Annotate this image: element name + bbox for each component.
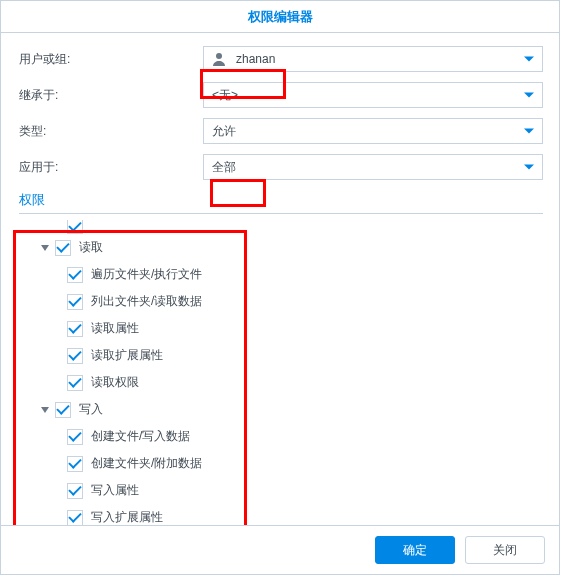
select-user-or-group[interactable]: zhanan: [203, 46, 543, 72]
tree-row: 列出文件夹/读取数据: [19, 288, 543, 315]
checkbox[interactable]: [67, 429, 83, 445]
row-user-or-group: 用户或组: zhanan: [19, 47, 543, 71]
checkbox[interactable]: [67, 375, 83, 391]
tree-row: 遍历文件夹/执行文件: [19, 261, 543, 288]
tree-label: 读取扩展属性: [91, 347, 163, 364]
select-type[interactable]: 允许: [203, 118, 543, 144]
checkbox[interactable]: [67, 220, 83, 234]
tree-label: 列出文件夹/读取数据: [91, 293, 202, 310]
tree-row: 读取属性: [19, 315, 543, 342]
dialog-title: 权限编辑器: [1, 1, 559, 33]
tree-label: 遍历文件夹/执行文件: [91, 266, 202, 283]
tree-row-write: 写入: [19, 396, 543, 423]
tree-row: 读取权限: [19, 369, 543, 396]
ok-button[interactable]: 确定: [375, 536, 455, 564]
chevron-down-icon: [524, 93, 534, 98]
tree-label: 写入扩展属性: [91, 509, 163, 525]
chevron-down-icon[interactable]: [41, 245, 49, 251]
permission-editor-dialog: 权限编辑器 用户或组: zhanan 继承于: <无>: [0, 0, 560, 575]
checkbox[interactable]: [67, 348, 83, 364]
select-applies-to[interactable]: 全部: [203, 154, 543, 180]
row-inherit-from: 继承于: <无>: [19, 83, 543, 107]
checkbox[interactable]: [67, 483, 83, 499]
tree-label: 读取权限: [91, 374, 139, 391]
tree-row: 写入扩展属性: [19, 504, 543, 525]
chevron-down-icon: [524, 129, 534, 134]
checkbox[interactable]: [67, 321, 83, 337]
checkbox[interactable]: [67, 456, 83, 472]
permissions-header: 权限: [19, 191, 543, 214]
tree-label: 写入属性: [91, 482, 139, 499]
select-applies-value: 全部: [212, 159, 236, 176]
dialog-footer: 确定 关闭: [1, 525, 559, 574]
row-applies-to: 应用于: 全部: [19, 155, 543, 179]
tree-label-write: 写入: [79, 401, 103, 418]
row-type: 类型: 允许: [19, 119, 543, 143]
checkbox[interactable]: [67, 294, 83, 310]
tree-row: 创建文件夹/附加数据: [19, 450, 543, 477]
tree-row: 读取扩展属性: [19, 342, 543, 369]
select-inherit-value: <无>: [212, 87, 238, 104]
chevron-down-icon: [524, 165, 534, 170]
checkbox[interactable]: [67, 267, 83, 283]
chevron-down-icon[interactable]: [41, 407, 49, 413]
tree-label: 读取属性: [91, 320, 139, 337]
dialog-content: 用户或组: zhanan 继承于: <无> 类型:: [1, 33, 559, 525]
tree-label-read: 读取: [79, 239, 103, 256]
label-inherit-from: 继承于:: [19, 87, 203, 104]
select-inherit-from[interactable]: <无>: [203, 82, 543, 108]
checkbox[interactable]: [67, 510, 83, 526]
tree-row-read: 读取: [19, 234, 543, 261]
person-icon: [212, 52, 230, 66]
label-type: 类型:: [19, 123, 203, 140]
close-button[interactable]: 关闭: [465, 536, 545, 564]
tree-row: 写入属性: [19, 477, 543, 504]
tree-row-clipped-top: [19, 220, 543, 234]
checkbox-read[interactable]: [55, 240, 71, 256]
checkbox-write[interactable]: [55, 402, 71, 418]
label-user-or-group: 用户或组:: [19, 51, 203, 68]
tree-label: 创建文件/写入数据: [91, 428, 190, 445]
permissions-tree[interactable]: 读取 遍历文件夹/执行文件 列出文件夹/读取数据 读取属性 读取扩展属性: [19, 218, 543, 525]
tree-row: 创建文件/写入数据: [19, 423, 543, 450]
select-user-value: zhanan: [236, 52, 275, 66]
svg-point-0: [216, 53, 222, 59]
select-type-value: 允许: [212, 123, 236, 140]
chevron-down-icon: [524, 57, 534, 62]
tree-label: 创建文件夹/附加数据: [91, 455, 202, 472]
label-applies-to: 应用于:: [19, 159, 203, 176]
